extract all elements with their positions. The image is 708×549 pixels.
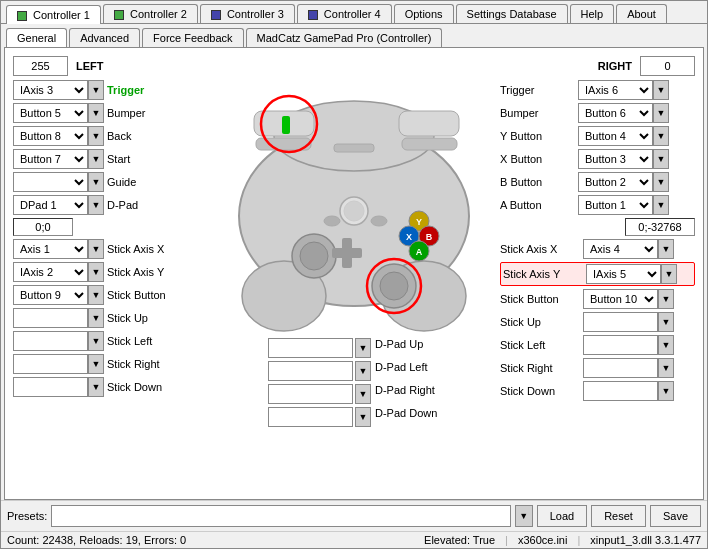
center-panel: Y X B A [212,56,496,491]
svg-point-27 [324,216,340,226]
left-stick-axis-y-label: Stick Axis Y [107,266,167,278]
right-stick-left-label: Stick Left [500,339,580,351]
left-stick-button-arrow[interactable]: ▼ [88,285,104,305]
tab-help[interactable]: Help [570,4,615,23]
right-stick-axis-x-arrow[interactable]: ▼ [658,239,674,259]
left-dpad-arrow[interactable]: ▼ [88,195,104,215]
left-coord-input[interactable] [13,218,73,236]
left-stick-left-input[interactable] [13,331,88,351]
left-dpad-left-input[interactable] [268,361,353,381]
tab-controller4[interactable]: Controller 4 [297,4,392,23]
right-stick-down-input[interactable] [583,381,658,401]
right-b-button-arrow[interactable]: ▼ [653,172,669,192]
left-dpad-up-arrow[interactable]: ▼ [355,338,371,358]
left-start-arrow[interactable]: ▼ [88,149,104,169]
left-start-dropdown[interactable]: Button 7 [13,149,88,169]
right-x-button-dropdown[interactable]: Button 3 [578,149,653,169]
left-back-arrow[interactable]: ▼ [88,126,104,146]
main-content-area: LEFT IAxis 3 ▼ Trigger Button 5 ▼ [4,47,704,500]
left-stick-axis-y-arrow[interactable]: ▼ [88,262,104,282]
right-stick-up-arrow[interactable]: ▼ [658,312,674,332]
right-stick-button-arrow[interactable]: ▼ [658,289,674,309]
left-dpad-down-input[interactable] [268,407,353,427]
right-stick-axis-x-dropdown[interactable]: Axis 4 [583,239,658,259]
sub-tab-madcatz[interactable]: MadCatz GamePad Pro (Controller) [246,28,443,47]
right-x-button-row: X Button Button 3 ▼ [500,149,695,169]
right-x-button-arrow[interactable]: ▼ [653,149,669,169]
controller3-icon [211,10,221,20]
left-dpad-dropdown[interactable]: DPad 1 [13,195,88,215]
right-bumper-arrow[interactable]: ▼ [653,103,669,123]
left-bumper-arrow[interactable]: ▼ [88,103,104,123]
left-dpad-right-input[interactable] [268,384,353,404]
left-dpad-down-arrow[interactable]: ▼ [355,407,371,427]
left-stick-right-arrow[interactable]: ▼ [88,354,104,374]
tab-controller2[interactable]: Controller 2 [103,4,198,23]
right-a-button-arrow[interactable]: ▼ [653,195,669,215]
right-stick-left-arrow[interactable]: ▼ [658,335,674,355]
left-trigger-dropdown[interactable]: IAxis 3 [13,80,88,100]
sub-tab-force-feedback[interactable]: Force Feedback [142,28,243,47]
left-stick-down-arrow[interactable]: ▼ [88,377,104,397]
right-stick-right-arrow[interactable]: ▼ [658,358,674,378]
left-stick-button-dropdown[interactable]: Button 9 [13,285,88,305]
tab-about[interactable]: About [616,4,667,23]
svg-text:X: X [406,232,412,242]
tab-settings-database[interactable]: Settings Database [456,4,568,23]
left-trigger-arrow[interactable]: ▼ [88,80,104,100]
tab-options[interactable]: Options [394,4,454,23]
right-stick-up-input[interactable] [583,312,658,332]
right-value-input[interactable] [640,56,695,76]
save-button[interactable]: Save [650,505,701,527]
right-stick-button-dropdown[interactable]: Button 10 [583,289,658,309]
left-guide-arrow[interactable]: ▼ [88,172,104,192]
svg-point-25 [344,201,364,221]
sub-tab-advanced[interactable]: Advanced [69,28,140,47]
load-button[interactable]: Load [537,505,587,527]
svg-text:Y: Y [416,217,422,227]
status-bar: Count: 22438, Reloads: 19, Errors: 0 Ele… [1,531,707,548]
left-stick-up-input[interactable] [13,308,88,328]
right-stick-axis-y-dropdown[interactable]: IAxis 5 [586,264,661,284]
left-value-input[interactable] [13,56,68,76]
left-stick-down-input[interactable] [13,377,88,397]
right-a-button-dropdown[interactable]: Button 1 [578,195,653,215]
right-trigger-dropdown[interactable]: IAxis 6 [578,80,653,100]
right-stick-down-arrow[interactable]: ▼ [658,381,674,401]
tab-controller3[interactable]: Controller 3 [200,4,295,23]
right-bumper-dropdown[interactable]: Button 6 [578,103,653,123]
right-y-button-dropdown[interactable]: Button 4 [578,126,653,146]
left-stick-up-arrow[interactable]: ▼ [88,308,104,328]
right-b-button-dropdown[interactable]: Button 2 [578,172,653,192]
right-y-button-row: Y Button Button 4 ▼ [500,126,695,146]
left-start-row: Button 7 ▼ Start [13,149,208,169]
left-dpad-left-arrow[interactable]: ▼ [355,361,371,381]
presets-input[interactable] [51,505,510,527]
reset-button[interactable]: Reset [591,505,646,527]
right-stick-button-label: Stick Button [500,293,580,305]
status-count: Count: 22438, Reloads: 19, Errors: 0 [7,534,424,546]
left-stick-axis-x-dropdown[interactable]: Axis 1 [13,239,88,259]
presets-dropdown-arrow[interactable]: ▼ [515,505,533,527]
sub-tab-general[interactable]: General [6,28,67,47]
tab-controller1[interactable]: Controller 1 [6,5,101,24]
right-stick-left-input[interactable] [583,335,658,355]
left-bumper-dropdown[interactable]: Button 5 [13,103,88,123]
right-coord-input[interactable] [625,218,695,236]
right-stick-axis-y-arrow[interactable]: ▼ [661,264,677,284]
svg-point-26 [371,216,387,226]
right-y-button-arrow[interactable]: ▼ [653,126,669,146]
left-back-dropdown[interactable]: Button 8 [13,126,88,146]
left-stick-axis-x-arrow[interactable]: ▼ [88,239,104,259]
left-stick-right-input[interactable] [13,354,88,374]
left-stick-left-arrow[interactable]: ▼ [88,331,104,351]
left-dpad-right-arrow[interactable]: ▼ [355,384,371,404]
right-trigger-arrow[interactable]: ▼ [653,80,669,100]
left-stick-axis-y-dropdown[interactable]: IAxis 2 [13,262,88,282]
sub-tab-bar: General Advanced Force Feedback MadCatz … [1,24,707,47]
left-dpad-up-input[interactable] [268,338,353,358]
left-guide-dropdown[interactable] [13,172,88,192]
svg-rect-8 [402,138,457,150]
right-a-button-label: A Button [500,199,575,211]
right-stick-right-input[interactable] [583,358,658,378]
